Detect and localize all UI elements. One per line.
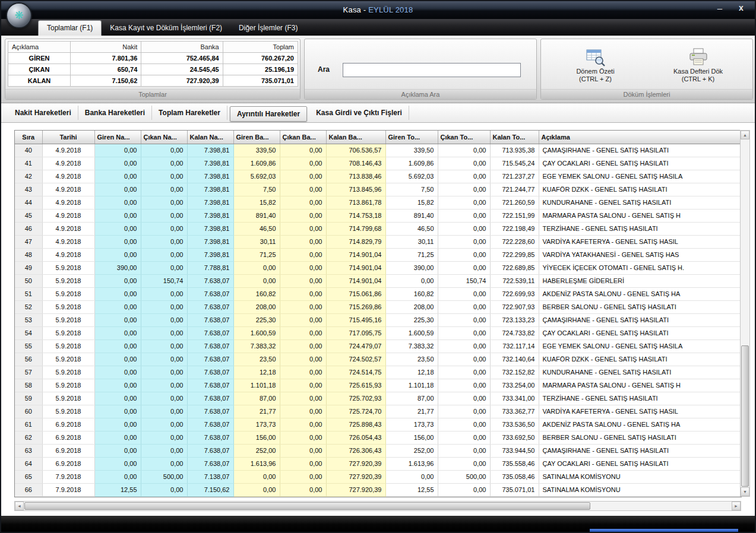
table-row[interactable]: 646.9.20180,000,007.638,071.613,960,0072… xyxy=(15,457,741,470)
cell: 51 xyxy=(15,287,42,300)
vertical-scrollbar[interactable]: ▲ ▼ xyxy=(740,130,750,497)
close-button[interactable]: x xyxy=(735,3,748,12)
table-row[interactable]: 474.9.20180,000,007.398,8130,110,00714.8… xyxy=(15,235,741,248)
cell: ÇAMAŞIRHANE - GENEL SATIŞ HASILATI xyxy=(539,444,741,457)
cell: 21,77 xyxy=(233,405,280,418)
cell: 0,00 xyxy=(94,470,141,483)
column-header[interactable]: Sıra xyxy=(15,131,42,144)
table-row[interactable]: 667.9.201812,550,007.150,620,000,00727.9… xyxy=(15,483,741,496)
table-row[interactable]: 505.9.20180,00150,747.638,070,000,00714.… xyxy=(15,274,741,287)
column-header[interactable]: Kalan Ba... xyxy=(326,131,385,144)
tab-diger-islemler[interactable]: Diğer İşlemler (F3) xyxy=(230,21,306,36)
scroll-down-icon[interactable]: ▼ xyxy=(741,487,749,496)
donem-ozeti-button[interactable]: Dönem Özeti (CTRL + Z) xyxy=(546,44,644,85)
cell: 0,00 xyxy=(438,183,490,196)
table-row[interactable]: 515.9.20180,000,007.638,07160,820,00715.… xyxy=(15,287,741,300)
totals-row-giren: GİREN 7.801,36 752.465,84 760.267,20 xyxy=(8,53,298,64)
tab-banka-hareketleri[interactable]: Banka Hareketleri xyxy=(78,106,152,120)
table-row[interactable]: 535.9.20180,000,007.638,07225,300,00715.… xyxy=(15,313,741,326)
table-row[interactable]: 454.9.20180,000,007.398,81891,400,00714.… xyxy=(15,209,741,222)
cell: 725.724,70 xyxy=(326,405,385,418)
cell: 7.638,07 xyxy=(187,300,233,313)
tab-ayrintili-hareketler[interactable]: Ayrıntılı Hareketler xyxy=(230,106,307,122)
table-row[interactable]: 585.9.20180,000,007.638,071.101,180,0072… xyxy=(15,379,741,392)
table-row[interactable]: 657.9.20180,00500,007.138,070,000,00727.… xyxy=(15,470,741,483)
column-header[interactable]: Çıkan Ba... xyxy=(280,131,326,144)
table-row[interactable]: 484.9.20180,000,007.398,8171,250,00714.9… xyxy=(15,248,741,261)
table-row[interactable]: 525.9.20180,000,007.638,07208,000,00715.… xyxy=(15,300,741,313)
table-row[interactable]: 424.9.20180,000,007.398,815.692,030,0071… xyxy=(15,170,741,183)
search-input[interactable] xyxy=(343,63,521,77)
cell: 7.9.2018 xyxy=(42,483,94,496)
tab-nakit-hareketleri[interactable]: Nakit Hareketleri xyxy=(8,106,78,120)
table-row[interactable]: 545.9.20180,000,007.638,071.600,590,0071… xyxy=(15,326,741,340)
scroll-up-icon[interactable]: ▲ xyxy=(741,131,749,139)
column-header[interactable]: Giren Na... xyxy=(94,131,141,144)
table-row[interactable]: 605.9.20180,000,007.638,0721,770,00725.7… xyxy=(15,405,741,418)
column-header[interactable]: Giren To... xyxy=(385,131,438,144)
column-header[interactable]: Çıkan Na... xyxy=(141,131,187,144)
cell: 0,00 xyxy=(280,483,326,496)
taskbar-peek xyxy=(590,529,738,532)
horizontal-scrollbar[interactable]: ◄ ► xyxy=(14,501,741,511)
column-header[interactable]: Tarihi xyxy=(42,131,94,144)
column-header[interactable]: Kalan Na... xyxy=(187,131,233,144)
cell: 722.198,49 xyxy=(490,222,539,235)
cell: 4.9.2018 xyxy=(42,196,94,209)
cell: 722.689,85 xyxy=(490,261,539,274)
table-row[interactable]: 575.9.20180,000,007.638,0712,180,00724.5… xyxy=(15,366,741,379)
cell: 891,40 xyxy=(385,209,438,222)
cell: 0,00 xyxy=(438,248,490,261)
cell: 7.398,81 xyxy=(187,248,233,261)
column-header[interactable]: Çıkan To... xyxy=(438,131,490,144)
cell: 7.638,07 xyxy=(187,326,233,340)
table-row[interactable]: 626.9.20180,000,007.638,07156,000,00726.… xyxy=(15,431,741,444)
table-row[interactable]: 404.9.20180,000,007.398,81339,500,00706.… xyxy=(15,144,741,157)
horizontal-scroll-thumb[interactable] xyxy=(24,502,590,510)
cell: SATINALMA KOMİSYONU xyxy=(539,470,741,483)
app-icon[interactable]: ❋ xyxy=(6,2,32,28)
table-row[interactable]: 555.9.20180,000,007.638,077.383,320,0072… xyxy=(15,340,741,353)
tab-kasa-girdi-cikti-fisleri[interactable]: Kasa Girdi ve Çıktı Fişleri xyxy=(309,106,409,120)
table-row[interactable]: 565.9.20180,000,007.638,0723,500,00724.5… xyxy=(15,353,741,366)
cell: 725.702,93 xyxy=(326,392,385,405)
column-header[interactable]: Kalan To... xyxy=(490,131,539,144)
cell: 0,00 xyxy=(141,144,187,157)
vertical-scroll-thumb[interactable] xyxy=(741,345,749,487)
cell: 713.838,46 xyxy=(326,170,385,183)
kasa-defteri-dok-button[interactable]: Kasa Defteri Dök (CTRL + K) xyxy=(649,44,747,85)
cell: 46 xyxy=(15,222,42,235)
cell: 7.638,07 xyxy=(187,353,233,366)
tab-toplamlar[interactable]: Toplamlar (F1) xyxy=(38,20,102,36)
cell: 0,00 xyxy=(438,326,490,340)
scroll-right-icon[interactable]: ► xyxy=(732,502,741,510)
grid-header-row: SıraTarihiGiren Na...Çıkan Na...Kalan Na… xyxy=(15,131,741,144)
table-row[interactable]: 464.9.20180,000,007.398,8146,500,00714.7… xyxy=(15,222,741,235)
cell: 724.479,07 xyxy=(326,340,385,353)
scroll-left-icon[interactable]: ◄ xyxy=(15,502,24,510)
minimize-button[interactable]: – xyxy=(713,3,726,13)
table-row[interactable]: 636.9.20180,000,007.638,07252,000,00726.… xyxy=(15,444,741,457)
cell: 727.920,39 xyxy=(326,470,385,483)
cell: 7.150,62 xyxy=(187,483,233,496)
cell: 0,00 xyxy=(141,326,187,340)
column-header[interactable]: Açıklama xyxy=(539,131,741,144)
cell: 5.9.2018 xyxy=(42,313,94,326)
cell: 0,00 xyxy=(94,326,141,340)
table-row[interactable]: 434.9.20180,000,007.398,817,500,00713.84… xyxy=(15,183,741,196)
table-row[interactable]: 616.9.20180,000,007.638,07173,730,00725.… xyxy=(15,418,741,431)
table-row[interactable]: 495.9.2018390,000,007.788,810,000,00714.… xyxy=(15,261,741,274)
tab-kasa-kayit-dokum[interactable]: Kasa Kayıt ve Döküm İşlemleri (F2) xyxy=(102,21,230,36)
cell: 0,00 xyxy=(438,444,490,457)
cell: 0,00 xyxy=(438,392,490,405)
cell: 721.244,77 xyxy=(490,183,539,196)
table-row[interactable]: 595.9.20180,000,007.638,0787,000,00725.7… xyxy=(15,392,741,405)
cell: 46,50 xyxy=(233,222,280,235)
cell: 12,18 xyxy=(233,366,280,379)
tab-toplam-hareketler[interactable]: Toplam Hareketler xyxy=(152,106,227,120)
column-header[interactable]: Giren Ba... xyxy=(233,131,280,144)
cell: 0,00 xyxy=(280,431,326,444)
table-row[interactable]: 444.9.20180,000,007.398,8115,820,00713.8… xyxy=(15,196,741,209)
table-row[interactable]: 414.9.20180,000,007.398,811.609,860,0070… xyxy=(15,157,741,170)
cell: 721.237,27 xyxy=(490,170,539,183)
